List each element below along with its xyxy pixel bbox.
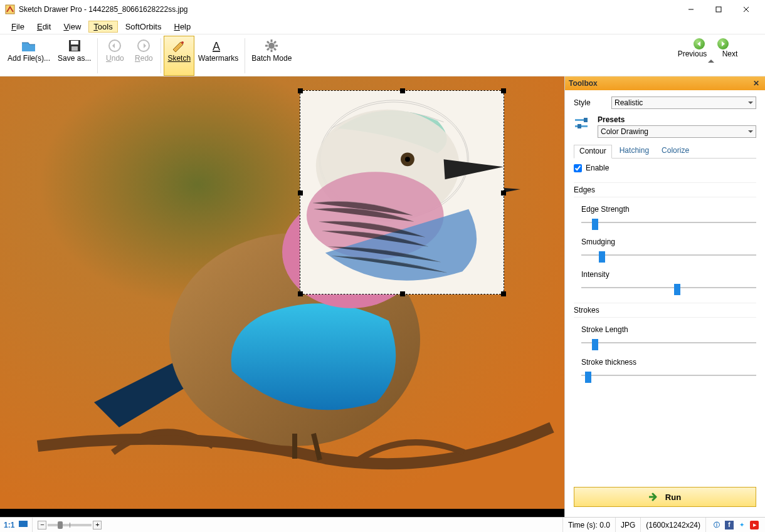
presets-icon	[574, 115, 591, 133]
svg-line-19	[274, 41, 276, 43]
nav-group: Previous Next	[661, 36, 761, 76]
stroke-length-slider[interactable]	[581, 338, 756, 348]
svg-rect-6	[71, 41, 78, 44]
group-strokes: Strokes	[574, 303, 756, 318]
sketch-preview	[300, 91, 504, 294]
next-button[interactable]	[717, 38, 729, 50]
save-icon	[67, 38, 82, 53]
scale-label[interactable]: 1:1	[4, 521, 14, 529]
style-label: Style	[574, 98, 611, 107]
toolbox-title: Toolbox	[569, 79, 598, 88]
stroke-length-label: Stroke Length	[581, 325, 756, 334]
edge-strength-slider[interactable]	[581, 217, 756, 227]
enable-label: Enable	[586, 164, 609, 172]
fit-screen-icon[interactable]	[18, 520, 28, 529]
svg-point-12	[268, 43, 275, 49]
window-title: Sketch Drawer Pro - 1442285_80661628222s…	[19, 5, 677, 14]
menu-tools[interactable]: Tools	[88, 21, 117, 33]
presets-label: Presets	[598, 115, 756, 124]
menu-softorbits[interactable]: SoftOrbits	[120, 21, 167, 33]
svg-rect-2	[716, 7, 721, 12]
toolbox-close-button[interactable]: ✕	[751, 78, 761, 88]
svg-line-17	[267, 41, 269, 43]
info-icon[interactable]: ⓘ	[712, 521, 721, 529]
twitter-icon[interactable]: ✦	[737, 521, 746, 529]
undo-icon	[107, 38, 122, 53]
smudging-slider[interactable]	[581, 250, 756, 260]
watermarks-button[interactable]: A Watermarks	[194, 36, 242, 76]
previous-button[interactable]	[694, 38, 705, 50]
toolbox-tabs: Contour Hatching Colorize	[574, 144, 756, 159]
undo-label: Undo	[106, 55, 124, 63]
watermarks-label: Watermarks	[198, 55, 238, 63]
redo-label: Redo	[135, 55, 153, 63]
status-dimensions: (1600x1242x24)	[640, 518, 705, 532]
gear-icon	[264, 38, 279, 53]
status-bar: 1:1 − + Time (s): 0.0 JPG (1600x1242x24)…	[0, 517, 765, 532]
youtube-icon[interactable]: ▶	[750, 521, 759, 529]
add-files-label: Add File(s)...	[8, 55, 50, 63]
menu-file[interactable]: File	[6, 21, 29, 33]
intensity-label: Intensity	[581, 270, 756, 279]
previous-label: Previous	[677, 50, 708, 58]
status-format: JPG	[615, 518, 640, 532]
svg-rect-39	[19, 521, 28, 527]
minimize-button[interactable]	[677, 0, 705, 19]
run-icon	[649, 493, 659, 501]
sketch-label: Sketch	[167, 55, 191, 63]
presets-select[interactable]: Color Drawing	[598, 125, 756, 138]
menu-help[interactable]: Help	[169, 21, 196, 33]
maximize-button[interactable]	[705, 0, 732, 19]
run-button[interactable]: Run	[574, 487, 756, 507]
add-files-button[interactable]: Add File(s)...	[4, 36, 54, 76]
intensity-slider[interactable]	[581, 283, 756, 293]
title-bar: Sketch Drawer Pro - 1442285_80661628222s…	[0, 0, 765, 19]
toolbox-panel: Toolbox ✕ Style Realistic Presets Color …	[564, 76, 765, 517]
facebook-icon[interactable]: f	[725, 521, 734, 529]
svg-rect-38	[578, 124, 581, 128]
undo-button[interactable]: Undo	[100, 36, 129, 76]
sketch-icon	[172, 38, 187, 53]
toolbox-header: Toolbox ✕	[565, 76, 765, 90]
tab-colorize[interactable]: Colorize	[657, 145, 694, 159]
menu-edit[interactable]: Edit	[32, 21, 56, 33]
svg-point-34	[405, 157, 410, 162]
tab-hatching[interactable]: Hatching	[615, 145, 654, 159]
watermarks-icon: A	[211, 38, 226, 53]
zoom-out-button[interactable]: −	[38, 521, 46, 529]
toolbar: Add File(s)... Save as... Undo Redo Sket…	[0, 34, 765, 76]
enable-checkbox[interactable]: Enable	[574, 164, 756, 172]
add-files-icon	[21, 38, 36, 53]
batch-label: Batch Mode	[251, 55, 292, 63]
group-edges: Edges	[574, 182, 756, 197]
svg-line-20	[267, 48, 269, 50]
stroke-thickness-slider[interactable]	[581, 370, 756, 380]
zoom-slider[interactable]	[48, 524, 92, 526]
sketch-button[interactable]: Sketch	[164, 36, 194, 76]
next-label: Next	[714, 50, 746, 58]
status-time: Time (s): 0.0	[562, 518, 615, 532]
zoom-in-button[interactable]: +	[93, 521, 102, 529]
tab-contour[interactable]: Contour	[574, 145, 612, 159]
redo-button[interactable]: Redo	[129, 36, 158, 76]
svg-rect-7	[71, 46, 78, 51]
menu-view[interactable]: View	[58, 21, 86, 33]
svg-point-10	[181, 41, 184, 44]
svg-text:A: A	[213, 40, 220, 52]
app-icon	[5, 4, 15, 14]
save-label: Save as...	[58, 55, 91, 63]
close-button[interactable]	[732, 0, 760, 19]
menu-bar: File Edit View Tools SoftOrbits Help	[0, 19, 765, 34]
selection-marquee[interactable]	[300, 90, 504, 295]
batch-mode-button[interactable]: Batch Mode	[248, 36, 295, 76]
enable-checkbox-input[interactable]	[574, 164, 582, 172]
smudging-label: Smudging	[581, 237, 756, 246]
stroke-thickness-label: Stroke thickness	[581, 358, 756, 367]
redo-icon	[136, 38, 151, 53]
edge-strength-label: Edge Strength	[581, 205, 756, 214]
svg-line-18	[274, 48, 276, 50]
image-canvas[interactable]	[0, 76, 564, 517]
style-select[interactable]: Realistic	[611, 96, 756, 109]
save-as-button[interactable]: Save as...	[54, 36, 95, 76]
svg-rect-36	[584, 118, 588, 122]
